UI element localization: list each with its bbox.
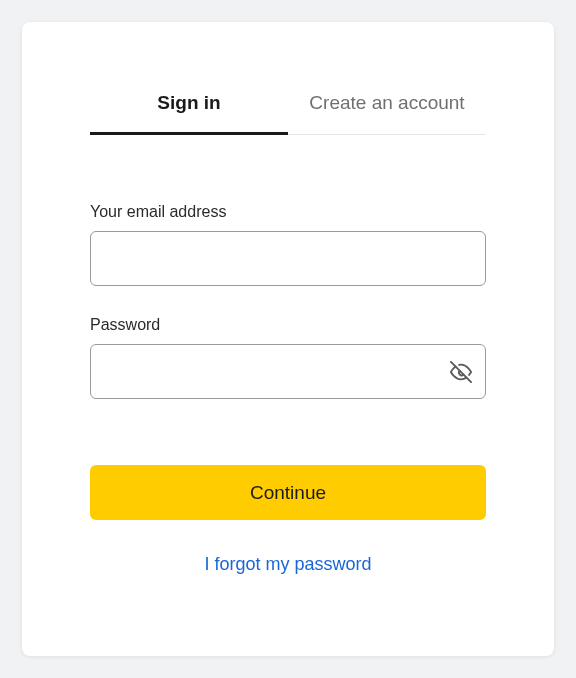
auth-card: Sign in Create an account Your email add… bbox=[22, 22, 554, 656]
password-label: Password bbox=[90, 316, 486, 334]
password-group: Password bbox=[90, 316, 486, 399]
tab-sign-in[interactable]: Sign in bbox=[90, 92, 288, 135]
forgot-password-wrap: I forgot my password bbox=[90, 554, 486, 575]
email-group: Your email address bbox=[90, 203, 486, 286]
continue-button[interactable]: Continue bbox=[90, 465, 486, 520]
eye-off-icon bbox=[450, 361, 472, 383]
email-input-wrap bbox=[90, 231, 486, 286]
tab-create-account[interactable]: Create an account bbox=[288, 92, 486, 134]
password-field[interactable] bbox=[90, 344, 486, 399]
email-label: Your email address bbox=[90, 203, 486, 221]
password-input-wrap bbox=[90, 344, 486, 399]
email-field[interactable] bbox=[90, 231, 486, 286]
auth-tabs: Sign in Create an account bbox=[90, 92, 486, 135]
toggle-password-visibility[interactable] bbox=[450, 361, 472, 383]
forgot-password-link[interactable]: I forgot my password bbox=[204, 554, 371, 574]
